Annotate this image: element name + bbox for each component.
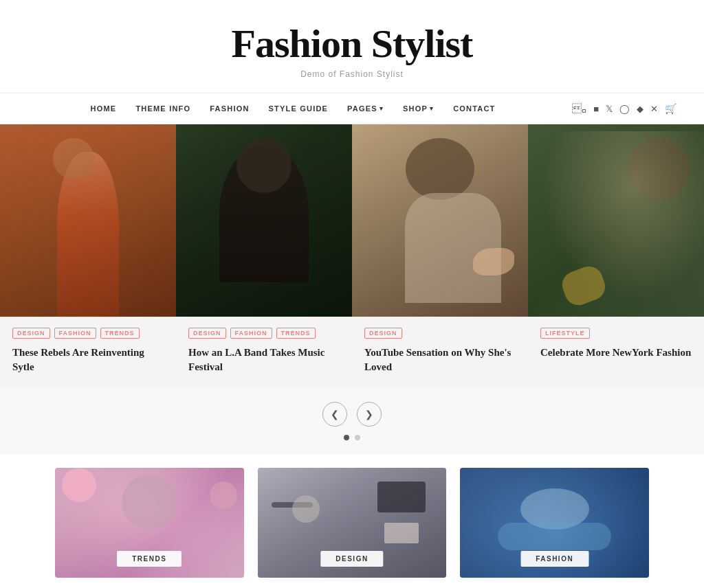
carousel-dots [344,435,360,440]
article-card[interactable]: DESIGN YouTube Sensation on Why She's Lo… [352,124,528,388]
tag-design[interactable]: DESIGN [188,328,226,339]
tag-trends[interactable]: TRENDS [276,328,316,339]
nav-home[interactable]: HOME [91,104,117,113]
chevron-left-icon: ❮ [331,409,339,420]
article-body: DESIGN FASHION TRENDS How an L.A Band Ta… [176,317,352,388]
tag-design[interactable]: DESIGN [12,328,50,339]
nav-theme-info[interactable]: THEME INFO [135,104,190,113]
main-nav: HOME THEME INFO FASHION STYLE GUIDE PAGE… [0,93,704,124]
x-icon[interactable]: ✕ [650,104,658,114]
article-tags: DESIGN FASHION TRENDS [12,328,164,339]
cart-icon-wrapper[interactable]: 🛒 [665,103,676,114]
site-header: Fashion Stylist Demo of Fashion Stylist [0,0,704,93]
facebook-icon[interactable]: ◻ [572,103,586,114]
nav-fashion[interactable]: FASHION [210,104,249,113]
thumbnail-label: TRENDS [117,551,182,567]
carousel-dot-1[interactable] [344,435,349,440]
article-tags: DESIGN FASHION TRENDS [188,328,340,339]
site-title: Fashion Stylist [14,21,690,67]
chevron-down-icon: ▾ [430,105,434,112]
carousel-prev-button[interactable]: ❮ [322,402,347,427]
thumbnail-label: FASHION [520,551,588,567]
nav-pages-dropdown[interactable]: PAGES ▾ [347,104,384,113]
tag-fashion[interactable]: FASHION [54,328,96,339]
facebook-icon[interactable]: ■ [593,104,599,114]
article-title[interactable]: These Rebels Are Reinventing Sytle [12,346,164,374]
tag-lifestyle[interactable]: LIFESTYLE [540,328,590,339]
article-body: DESIGN FASHION TRENDS These Rebels Are R… [0,317,176,388]
site-subtitle: Demo of Fashion Stylist [14,69,690,79]
article-card[interactable]: DESIGN FASHION TRENDS These Rebels Are R… [0,124,176,388]
thumbnails-grid: TRENDS DESIGN FASHION [0,454,704,588]
nav-links: HOME THEME INFO FASHION STYLE GUIDE PAGE… [28,104,558,113]
tag-fashion[interactable]: FASHION [230,328,272,339]
article-image [0,124,176,317]
chevron-right-icon: ❯ [365,409,373,420]
nav-style-guide[interactable]: STYLE GUIDE [269,104,329,113]
main-content: DESIGN FASHION TRENDS These Rebels Are R… [0,124,704,588]
article-image [176,124,352,317]
instagram-icon[interactable]: ◯ [619,104,630,114]
article-title[interactable]: YouTube Sensation on Why She's Loved [364,346,516,374]
cart-icon[interactable]: 🛒 [665,103,676,114]
thumbnail-label: DESIGN [320,551,383,567]
article-tags: DESIGN [364,328,516,339]
article-tags: LIFESTYLE [540,328,692,339]
chevron-down-icon: ▾ [380,105,384,112]
pinterest-icon[interactable]: ◆ [637,104,644,114]
article-body: DESIGN YouTube Sensation on Why She's Lo… [352,317,528,388]
article-image [528,124,704,317]
nav-contact[interactable]: CONTACT [453,104,495,113]
twitter-icon[interactable]: 𝕏 [606,104,613,114]
article-card[interactable]: LIFESTYLE Celebrate More NewYork Fashion [528,124,704,388]
articles-grid: DESIGN FASHION TRENDS These Rebels Are R… [0,124,704,388]
thumbnail-card[interactable]: TRENDS [55,468,244,578]
nav-social-icons: ◻ ■ 𝕏 ◯ ◆ ✕ 🛒 [572,103,676,114]
thumbnail-card[interactable]: DESIGN [258,468,447,578]
article-title[interactable]: Celebrate More NewYork Fashion [540,346,692,360]
nav-shop-dropdown[interactable]: SHOP ▾ [403,104,434,113]
carousel-nav: ❮ ❯ [0,388,704,454]
carousel-buttons: ❮ ❯ [322,402,382,427]
carousel-next-button[interactable]: ❯ [357,402,382,427]
carousel-dot-2[interactable] [355,435,360,440]
article-body: LIFESTYLE Celebrate More NewYork Fashion [528,317,704,374]
article-image [352,124,528,317]
tag-trends[interactable]: TRENDS [100,328,140,339]
tag-design[interactable]: DESIGN [364,328,402,339]
article-title[interactable]: How an L.A Band Takes Music Festival [188,346,340,374]
thumbnail-card[interactable]: FASHION [460,468,649,578]
article-card[interactable]: DESIGN FASHION TRENDS How an L.A Band Ta… [176,124,352,388]
